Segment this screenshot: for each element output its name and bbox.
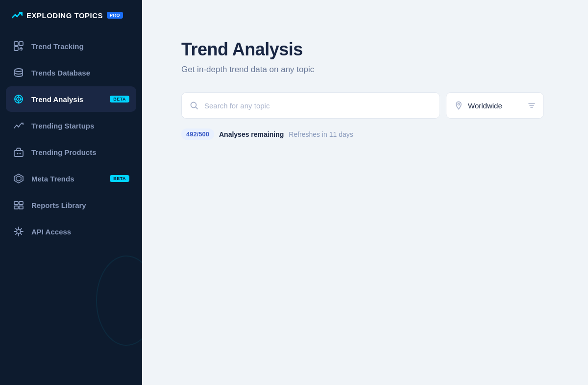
sidebar-item-trends-database-label: Trends Database xyxy=(31,69,90,77)
analyses-refresh-text: Refreshes in 11 days xyxy=(289,130,353,138)
svg-rect-17 xyxy=(19,202,23,205)
sidebar-item-trend-analysis-label: Trend Analysis xyxy=(31,95,83,103)
sidebar-item-reports-library[interactable]: Reports Library xyxy=(6,192,136,218)
search-input[interactable] xyxy=(204,102,432,110)
sidebar-item-trends-database[interactable]: Trends Database xyxy=(6,60,136,85)
sidebar-item-trending-startups[interactable]: Trending Startups xyxy=(6,113,136,138)
svg-rect-16 xyxy=(14,202,18,205)
sidebar-item-trending-products[interactable]: Trending Products xyxy=(6,139,136,165)
sidebar-item-trend-tracking[interactable]: Trend Tracking xyxy=(6,33,136,59)
trend-analysis-icon xyxy=(13,93,24,105)
sidebar-item-trending-products-label: Trending Products xyxy=(31,148,97,156)
search-row: Worldwide xyxy=(181,92,544,119)
sidebar-item-reports-library-label: Reports Library xyxy=(31,201,86,209)
svg-rect-18 xyxy=(14,206,18,209)
svg-point-12 xyxy=(17,153,19,154)
location-label: Worldwide xyxy=(468,102,523,110)
sidebar-item-api-access[interactable]: API Access xyxy=(6,219,136,244)
svg-point-21 xyxy=(191,103,196,108)
trends-database-icon xyxy=(13,67,24,78)
svg-point-6 xyxy=(18,99,20,100)
trending-startups-icon xyxy=(13,120,24,131)
sidebar-item-meta-trends[interactable]: Meta Trends BETA xyxy=(6,166,136,191)
svg-rect-11 xyxy=(14,151,23,156)
content-area: Trend Analysis Get in-depth trend data o… xyxy=(142,0,583,169)
svg-marker-14 xyxy=(14,174,23,183)
svg-point-23 xyxy=(458,103,460,105)
trend-analysis-beta-badge: BETA xyxy=(110,96,129,103)
sidebar-item-api-access-label: API Access xyxy=(31,228,71,236)
location-dropdown[interactable]: Worldwide xyxy=(446,92,544,119)
sidebar-item-trending-startups-label: Trending Startups xyxy=(31,122,94,130)
page-subtitle: Get in-depth trend data on any topic xyxy=(181,65,544,75)
analyses-row: 492/500 Analyses remaining Refreshes in … xyxy=(181,128,544,140)
trend-tracking-icon xyxy=(13,40,24,52)
search-icon xyxy=(190,101,198,110)
reports-library-icon xyxy=(13,199,24,211)
search-box[interactable] xyxy=(181,92,440,119)
pro-badge: Pro xyxy=(107,12,123,19)
logo-arrow-icon xyxy=(12,11,23,20)
filter-icon xyxy=(528,102,536,109)
nav-items: Trend Tracking Trends Database xyxy=(0,33,142,385)
location-pin-icon xyxy=(454,101,463,110)
sidebar-item-trend-analysis[interactable]: Trend Analysis BETA xyxy=(6,86,136,112)
sidebar-item-trend-tracking-label: Trend Tracking xyxy=(31,42,84,51)
analyses-remaining-text: Analyses remaining xyxy=(219,130,284,138)
svg-rect-0 xyxy=(14,42,18,46)
trending-products-icon xyxy=(13,146,24,158)
svg-point-13 xyxy=(20,153,21,154)
svg-point-3 xyxy=(15,69,23,72)
api-access-icon xyxy=(13,226,24,237)
meta-trends-beta-badge: BETA xyxy=(110,175,129,182)
app-name: EXPLODING TOPICS xyxy=(26,11,103,20)
page-title: Trend Analysis xyxy=(181,39,544,60)
svg-line-22 xyxy=(196,107,198,109)
analyses-badge: 492/500 xyxy=(181,128,214,140)
svg-rect-2 xyxy=(14,47,18,51)
svg-rect-19 xyxy=(19,206,23,209)
svg-rect-1 xyxy=(19,42,23,46)
meta-trends-icon xyxy=(13,173,24,184)
sidebar-item-meta-trends-label: Meta Trends xyxy=(31,175,74,183)
svg-marker-15 xyxy=(16,176,21,181)
main-content: Trend Analysis Get in-depth trend data o… xyxy=(142,0,588,385)
sidebar: EXPLODING TOPICS Pro Trend Tracking xyxy=(0,0,142,385)
logo-area: EXPLODING TOPICS Pro xyxy=(0,0,142,33)
